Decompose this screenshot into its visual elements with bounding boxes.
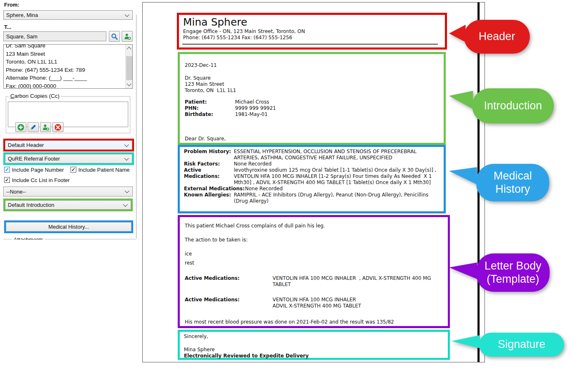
recipient-address-box[interactable]: Dr. Sam Square123 Main StreetToronto, ON… <box>3 44 133 89</box>
recipient-line: Toronto, ON L1L 1L1 <box>185 87 439 94</box>
medhx-value: levothyroxine sodium 125 mcg Oral Tablet… <box>234 167 440 186</box>
signature-name: Mina Sphere <box>184 347 444 353</box>
medical-history-section: Problem History: ESSENTIAL HYPERTENSION,… <box>178 145 446 213</box>
medhx-label: Risk Factors: <box>184 161 234 167</box>
medical-history-accent: Medical History... <box>4 220 133 233</box>
callout-signature: Signature <box>479 333 564 357</box>
medhx-value: None Recorded <box>234 161 440 167</box>
search-icon <box>111 33 118 40</box>
signature-section: Sincerely, Mina Sphere Electronically Re… <box>178 330 450 360</box>
medical-history-button[interactable]: Medical History... <box>6 222 132 232</box>
include-page-number-checkbox[interactable]: ✓ <box>4 167 10 173</box>
phn-row: PHN: 9999 999 99921 <box>185 105 439 111</box>
meds-value: VENTOLIN HFA 100 MCG INHALER , ADVIL X-S… <box>273 275 443 288</box>
callout-medical-history: Medical History <box>476 164 549 201</box>
callout-letter-body-label: Letter Body (Template) <box>476 253 550 292</box>
none-template-select[interactable]: --None-- <box>3 187 133 196</box>
chevron-down-icon <box>125 189 129 193</box>
chevron-down-icon <box>124 156 129 160</box>
panel-divider <box>136 15 136 239</box>
from-select[interactable]: Sphere, Mina <box>3 10 133 20</box>
footer-template-value: QuRE Referral Footer <box>8 156 60 162</box>
header-rule <box>182 44 438 45</box>
cc-remove-button[interactable] <box>52 122 64 132</box>
scroll-down-icon[interactable] <box>127 81 131 86</box>
chevron-down-icon <box>125 12 129 17</box>
include-cc-list-label: Include Cc List in Footer <box>12 177 70 183</box>
callout-medical-history-label: Medical History <box>476 164 549 201</box>
to-input[interactable] <box>3 31 106 41</box>
callout-header-label: Header <box>464 20 530 54</box>
patient-info-block: Patient: Michael Cross PHN: 9999 999 999… <box>185 99 439 118</box>
active-medications-row: Active Medications: VENTOLIN HFA 100 MCG… <box>185 275 443 288</box>
phn-value: 9999 999 99921 <box>235 105 276 111</box>
action-item: ice <box>185 251 443 257</box>
meds-value: VENTOLIN HFA 100 MCG INHALER ADVIL X-STR… <box>273 297 443 309</box>
x-circle-icon <box>54 124 61 131</box>
medhx-value: RAMIPRIL - ACE Inhibitors (Drug Allergy)… <box>234 192 440 204</box>
medhx-label: Active Medications: <box>184 167 234 186</box>
carbon-copies-group: Carbon Copies (Cc) <box>6 96 130 133</box>
sender-name: Mina Sphere <box>183 16 441 28</box>
meds-line: VENTOLIN HFA 100 MCG INHALER <box>273 297 443 303</box>
recipient-address-text: Dr. Sam Square123 Main StreetToronto, ON… <box>6 44 124 89</box>
medhx-label: Known Allergies: <box>184 192 234 204</box>
medhx-row: Known Allergies: RAMIPRIL - ACE Inhibito… <box>184 192 440 204</box>
callout-signature-label: Signature <box>479 333 564 357</box>
plus-icon <box>17 124 24 131</box>
birthdate-row: Birthdate: 1981-May-01 <box>185 111 439 118</box>
pencil-icon <box>30 124 37 131</box>
include-patient-name-label: Include Patient Name <box>78 167 129 173</box>
introduction-template-accent: Default Introduction <box>3 199 133 211</box>
scrollbar-thumb[interactable] <box>126 56 132 80</box>
letter-header-section: Mina Sphere Engage Office - ON, 123 Main… <box>177 13 447 50</box>
include-page-number-label: Include Page Number <box>12 167 64 173</box>
reviewed-note: Electronically Reviewed to Expedite Deli… <box>184 353 444 359</box>
letter-preview-page: Mina Sphere Engage Office - ON, 123 Main… <box>142 2 485 362</box>
medhx-row: External Medications: None Recorded <box>184 186 440 192</box>
letter-body-section: This patient Michael Cross complains of … <box>178 215 450 328</box>
search-contact-button[interactable] <box>109 31 120 42</box>
birthdate-value: 1981-May-01 <box>235 111 268 118</box>
to-label: T... <box>4 24 11 30</box>
chevron-down-icon <box>123 202 127 206</box>
compose-panel: From: Sphere, Mina T... Dr. Sam Square12… <box>0 0 142 376</box>
scrollbar[interactable] <box>125 45 132 88</box>
add-recipient-button[interactable] <box>122 31 133 42</box>
cc-edit-button[interactable] <box>28 122 39 132</box>
medhx-row: Risk Factors: None Recorded <box>184 161 440 167</box>
medhx-row: Active Medications: levothyroxine sodium… <box>184 167 440 186</box>
introduction-template-value: Default Introduction <box>8 202 54 208</box>
cc-add-contact-button[interactable] <box>40 122 51 132</box>
letter-introduction-section: 2023-Dec-11 Dr. Square 123 Main Street T… <box>178 52 446 145</box>
active-medications-row: Active Medications: VENTOLIN HFA 100 MCG… <box>185 297 443 309</box>
chevron-down-icon <box>124 142 129 147</box>
meds-label: Active Medications: <box>185 275 273 288</box>
callout-header: Header <box>464 20 530 54</box>
header-template-accent: Default Header <box>3 139 134 151</box>
patient-value: Michael Cross <box>235 99 269 105</box>
include-patient-name-checkbox[interactable]: ✓ <box>71 167 76 173</box>
header-template-value: Default Header <box>8 142 44 148</box>
introduction-template-select[interactable]: Default Introduction <box>5 200 131 210</box>
carbon-copies-legend: Carbon Copies (Cc) <box>9 93 61 99</box>
salutation: Dear Dr. Square, <box>185 136 439 142</box>
cc-add-button[interactable] <box>15 122 26 132</box>
letter-date: 2023-Dec-11 <box>185 62 439 69</box>
medhx-value: ESSENTIAL HYPERTENSION, OCCLUSION AND ST… <box>234 149 440 161</box>
footer-template-select[interactable]: QuRE Referral Footer <box>5 154 132 163</box>
scroll-up-icon[interactable] <box>127 47 131 51</box>
header-template-select[interactable]: Default Header <box>5 140 132 150</box>
footer-template-accent: QuRE Referral Footer <box>3 152 134 165</box>
include-cc-list-checkbox[interactable]: ✓ <box>4 177 10 183</box>
recipient-line: Dr. Square <box>185 75 439 81</box>
complaint-text: This patient Michael Cross complains of … <box>185 223 443 229</box>
blood-pressure-note: His most recent blood pressure was done … <box>185 319 443 325</box>
action-intro-text: The action to be taken is: <box>185 237 443 243</box>
person-add-icon <box>42 124 49 131</box>
phn-label: PHN: <box>185 105 235 111</box>
callout-introduction-label: Introduction <box>472 88 554 123</box>
callout-letter-body: Letter Body (Template) <box>476 253 550 292</box>
from-label: From: <box>4 2 19 8</box>
action-item: rest <box>185 260 443 266</box>
